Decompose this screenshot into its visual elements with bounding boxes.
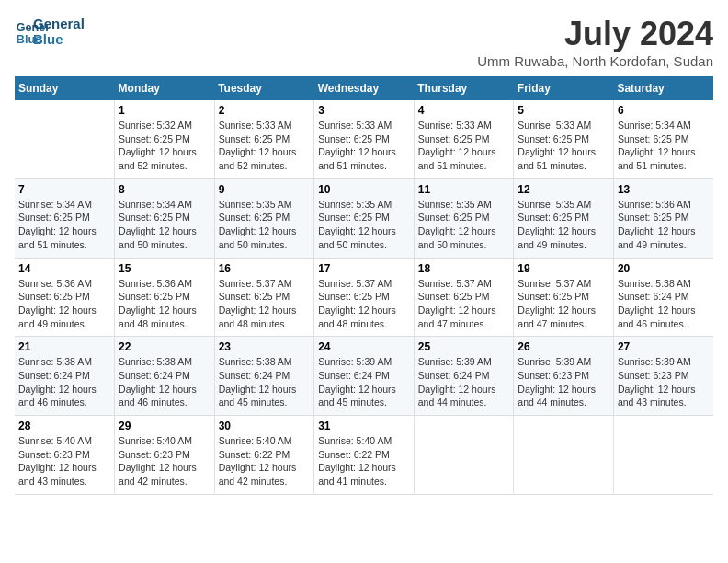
day-info: Sunrise: 5:36 AMSunset: 6:25 PMDaylight:… bbox=[618, 198, 710, 252]
day-info: Sunrise: 5:40 AMSunset: 6:22 PMDaylight:… bbox=[318, 434, 410, 488]
day-cell: 24Sunrise: 5:39 AMSunset: 6:24 PMDayligh… bbox=[314, 337, 415, 416]
day-info: Sunrise: 5:32 AMSunset: 6:25 PMDaylight:… bbox=[119, 119, 210, 173]
day-info: Sunrise: 5:39 AMSunset: 6:24 PMDaylight:… bbox=[318, 355, 410, 409]
day-number: 17 bbox=[318, 262, 410, 275]
day-info: Sunrise: 5:38 AMSunset: 6:24 PMDaylight:… bbox=[119, 355, 210, 409]
day-cell: 9Sunrise: 5:35 AMSunset: 6:25 PMDaylight… bbox=[214, 178, 314, 258]
day-number: 27 bbox=[618, 340, 710, 353]
day-info: Sunrise: 5:33 AMSunset: 6:25 PMDaylight:… bbox=[418, 119, 510, 173]
day-number: 12 bbox=[518, 183, 609, 196]
day-info: Sunrise: 5:34 AMSunset: 6:25 PMDaylight:… bbox=[18, 198, 110, 252]
day-info: Sunrise: 5:34 AMSunset: 6:25 PMDaylight:… bbox=[119, 198, 210, 252]
day-info: Sunrise: 5:33 AMSunset: 6:25 PMDaylight:… bbox=[518, 119, 609, 173]
day-cell: 1Sunrise: 5:32 AMSunset: 6:25 PMDaylight… bbox=[115, 100, 215, 178]
logo-line2: Blue bbox=[33, 31, 85, 47]
column-header-monday: Monday bbox=[115, 76, 215, 100]
day-info: Sunrise: 5:39 AMSunset: 6:24 PMDaylight:… bbox=[418, 355, 510, 409]
day-cell: 23Sunrise: 5:38 AMSunset: 6:24 PMDayligh… bbox=[214, 337, 314, 416]
day-cell: 14Sunrise: 5:36 AMSunset: 6:25 PMDayligh… bbox=[15, 258, 115, 337]
day-cell: 19Sunrise: 5:37 AMSunset: 6:25 PMDayligh… bbox=[514, 258, 614, 337]
day-info: Sunrise: 5:40 AMSunset: 6:23 PMDaylight:… bbox=[18, 434, 110, 488]
day-cell: 8Sunrise: 5:34 AMSunset: 6:25 PMDaylight… bbox=[115, 178, 215, 258]
day-number: 5 bbox=[518, 104, 609, 117]
day-cell: 10Sunrise: 5:35 AMSunset: 6:25 PMDayligh… bbox=[314, 178, 415, 258]
calendar-body: 1Sunrise: 5:32 AMSunset: 6:25 PMDaylight… bbox=[15, 100, 713, 494]
day-cell: 2Sunrise: 5:33 AMSunset: 6:25 PMDaylight… bbox=[214, 100, 314, 178]
day-number: 14 bbox=[18, 262, 110, 275]
day-number: 8 bbox=[119, 183, 210, 196]
day-number: 1 bbox=[119, 104, 210, 117]
day-info: Sunrise: 5:37 AMSunset: 6:25 PMDaylight:… bbox=[219, 277, 311, 331]
day-cell bbox=[514, 416, 614, 495]
day-number: 9 bbox=[219, 183, 311, 196]
logo: General Blue General Blue bbox=[15, 15, 85, 48]
day-cell: 3Sunrise: 5:33 AMSunset: 6:25 PMDaylight… bbox=[314, 100, 415, 178]
day-cell: 13Sunrise: 5:36 AMSunset: 6:25 PMDayligh… bbox=[613, 178, 713, 258]
day-cell: 29Sunrise: 5:40 AMSunset: 6:23 PMDayligh… bbox=[115, 416, 215, 495]
column-header-tuesday: Tuesday bbox=[214, 76, 314, 100]
day-cell: 21Sunrise: 5:38 AMSunset: 6:24 PMDayligh… bbox=[15, 337, 115, 416]
column-header-friday: Friday bbox=[514, 76, 614, 100]
day-cell bbox=[15, 100, 115, 178]
week-row-4: 21Sunrise: 5:38 AMSunset: 6:24 PMDayligh… bbox=[15, 337, 713, 416]
day-number: 11 bbox=[418, 183, 510, 196]
day-number: 2 bbox=[219, 104, 311, 117]
week-row-3: 14Sunrise: 5:36 AMSunset: 6:25 PMDayligh… bbox=[15, 258, 713, 337]
day-number: 19 bbox=[518, 262, 609, 275]
page-title: July 2024 bbox=[477, 15, 713, 53]
day-cell: 30Sunrise: 5:40 AMSunset: 6:22 PMDayligh… bbox=[214, 416, 314, 495]
column-header-saturday: Saturday bbox=[613, 76, 713, 100]
day-number: 16 bbox=[219, 262, 311, 275]
day-number: 6 bbox=[618, 104, 710, 117]
calendar-table: SundayMondayTuesdayWednesdayThursdayFrid… bbox=[15, 76, 713, 495]
week-row-1: 1Sunrise: 5:32 AMSunset: 6:25 PMDaylight… bbox=[15, 100, 713, 178]
day-cell: 5Sunrise: 5:33 AMSunset: 6:25 PMDaylight… bbox=[514, 100, 614, 178]
column-header-thursday: Thursday bbox=[414, 76, 514, 100]
day-cell: 28Sunrise: 5:40 AMSunset: 6:23 PMDayligh… bbox=[15, 416, 115, 495]
day-info: Sunrise: 5:35 AMSunset: 6:25 PMDaylight:… bbox=[518, 198, 609, 252]
day-number: 13 bbox=[618, 183, 710, 196]
day-cell: 18Sunrise: 5:37 AMSunset: 6:25 PMDayligh… bbox=[414, 258, 514, 337]
day-info: Sunrise: 5:40 AMSunset: 6:22 PMDaylight:… bbox=[219, 434, 311, 488]
day-info: Sunrise: 5:33 AMSunset: 6:25 PMDaylight:… bbox=[219, 119, 311, 173]
day-info: Sunrise: 5:37 AMSunset: 6:25 PMDaylight:… bbox=[518, 277, 609, 331]
day-cell: 27Sunrise: 5:39 AMSunset: 6:23 PMDayligh… bbox=[613, 337, 713, 416]
day-cell: 22Sunrise: 5:38 AMSunset: 6:24 PMDayligh… bbox=[115, 337, 215, 416]
week-row-2: 7Sunrise: 5:34 AMSunset: 6:25 PMDaylight… bbox=[15, 178, 713, 258]
day-number: 15 bbox=[119, 262, 210, 275]
day-cell: 31Sunrise: 5:40 AMSunset: 6:22 PMDayligh… bbox=[314, 416, 415, 495]
day-info: Sunrise: 5:35 AMSunset: 6:25 PMDaylight:… bbox=[318, 198, 410, 252]
day-cell: 17Sunrise: 5:37 AMSunset: 6:25 PMDayligh… bbox=[314, 258, 415, 337]
day-cell: 26Sunrise: 5:39 AMSunset: 6:23 PMDayligh… bbox=[514, 337, 614, 416]
week-row-5: 28Sunrise: 5:40 AMSunset: 6:23 PMDayligh… bbox=[15, 416, 713, 495]
day-number: 28 bbox=[18, 419, 110, 432]
day-cell: 25Sunrise: 5:39 AMSunset: 6:24 PMDayligh… bbox=[414, 337, 514, 416]
day-number: 29 bbox=[119, 419, 210, 432]
day-number: 26 bbox=[518, 340, 609, 353]
day-info: Sunrise: 5:36 AMSunset: 6:25 PMDaylight:… bbox=[119, 277, 210, 331]
header-row: SundayMondayTuesdayWednesdayThursdayFrid… bbox=[15, 76, 713, 100]
day-number: 25 bbox=[418, 340, 510, 353]
day-info: Sunrise: 5:35 AMSunset: 6:25 PMDaylight:… bbox=[418, 198, 510, 252]
day-cell: 7Sunrise: 5:34 AMSunset: 6:25 PMDaylight… bbox=[15, 178, 115, 258]
day-info: Sunrise: 5:38 AMSunset: 6:24 PMDaylight:… bbox=[18, 355, 110, 409]
day-cell: 15Sunrise: 5:36 AMSunset: 6:25 PMDayligh… bbox=[115, 258, 215, 337]
day-number: 20 bbox=[618, 262, 710, 275]
day-number: 22 bbox=[119, 340, 210, 353]
day-info: Sunrise: 5:34 AMSunset: 6:25 PMDaylight:… bbox=[618, 119, 710, 173]
day-info: Sunrise: 5:38 AMSunset: 6:24 PMDaylight:… bbox=[618, 277, 710, 331]
day-cell: 16Sunrise: 5:37 AMSunset: 6:25 PMDayligh… bbox=[214, 258, 314, 337]
page-subtitle: Umm Ruwaba, North Kordofan, Sudan bbox=[477, 53, 713, 69]
calendar-header: SundayMondayTuesdayWednesdayThursdayFrid… bbox=[15, 76, 713, 100]
day-info: Sunrise: 5:38 AMSunset: 6:24 PMDaylight:… bbox=[219, 355, 311, 409]
day-info: Sunrise: 5:37 AMSunset: 6:25 PMDaylight:… bbox=[318, 277, 410, 331]
day-info: Sunrise: 5:37 AMSunset: 6:25 PMDaylight:… bbox=[418, 277, 510, 331]
day-cell: 12Sunrise: 5:35 AMSunset: 6:25 PMDayligh… bbox=[514, 178, 614, 258]
day-cell bbox=[414, 416, 514, 495]
day-number: 3 bbox=[318, 104, 410, 117]
day-number: 7 bbox=[18, 183, 110, 196]
day-number: 24 bbox=[318, 340, 410, 353]
day-number: 31 bbox=[318, 419, 410, 432]
day-number: 30 bbox=[219, 419, 311, 432]
day-info: Sunrise: 5:33 AMSunset: 6:25 PMDaylight:… bbox=[318, 119, 410, 173]
